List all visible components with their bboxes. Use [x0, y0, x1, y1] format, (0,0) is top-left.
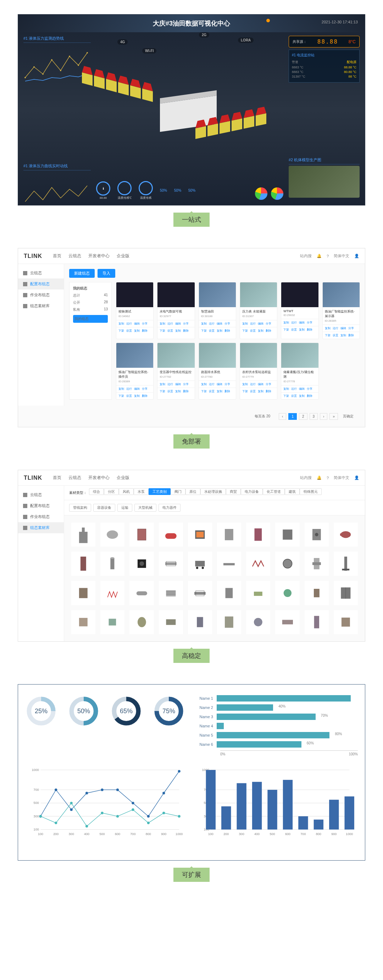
- action-link[interactable]: 下架: [118, 394, 124, 398]
- asset-item[interactable]: [305, 610, 329, 634]
- asset-item[interactable]: [71, 610, 96, 634]
- action-link[interactable]: 编辑: [299, 321, 305, 325]
- filter-tag[interactable]: 阀门: [171, 488, 185, 495]
- action-link[interactable]: 复制: [258, 329, 263, 332]
- action-link[interactable]: 分享: [142, 387, 147, 391]
- asset-item[interactable]: [71, 552, 96, 576]
- asset-item[interactable]: [188, 552, 212, 576]
- action-link[interactable]: 删除: [307, 328, 313, 332]
- mine-button[interactable]: 我的组态: [73, 315, 108, 323]
- action-link[interactable]: 复制: [242, 382, 248, 386]
- action-link[interactable]: 复制: [175, 390, 181, 393]
- action-link[interactable]: 设置: [126, 394, 132, 398]
- nav-item[interactable]: 首页: [53, 253, 61, 259]
- action-link[interactable]: 运行: [168, 322, 173, 326]
- action-link[interactable]: 运行: [209, 382, 215, 386]
- filter-tag[interactable]: 电力器件: [158, 504, 180, 512]
- search-link[interactable]: 站内搜: [300, 475, 312, 480]
- action-link[interactable]: 复制: [118, 322, 124, 326]
- action-link[interactable]: 编辑: [217, 382, 222, 386]
- action-link[interactable]: 下架: [242, 390, 248, 393]
- nav-item[interactable]: 首页: [53, 475, 61, 481]
- filter-tag[interactable]: 管线架构: [69, 504, 91, 512]
- action-link[interactable]: 复制: [134, 329, 140, 332]
- action-link[interactable]: 下架: [118, 329, 124, 332]
- action-link[interactable]: 设置: [250, 329, 256, 332]
- action-link[interactable]: 分享: [225, 322, 230, 326]
- action-link[interactable]: 复制: [299, 394, 305, 398]
- action-link[interactable]: 下架: [201, 329, 207, 332]
- asset-item[interactable]: [217, 581, 241, 605]
- help-icon[interactable]: ?: [327, 254, 329, 258]
- project-card[interactable]: 农村供水泵站远程监 ID:27779 复制运行编辑分享 下架设置复制删除: [240, 343, 277, 400]
- action-link[interactable]: 编辑: [217, 322, 222, 326]
- asset-item[interactable]: [101, 552, 124, 576]
- avatar-icon[interactable]: 👤: [354, 476, 359, 480]
- action-link[interactable]: 复制: [118, 387, 124, 391]
- sidebar-item[interactable]: 配置布组态: [18, 500, 64, 511]
- project-card[interactable]: 变压器中性线在线监控 ID:27782 复制运行编辑分享 下架设置复制删除: [157, 343, 195, 400]
- sidebar-item[interactable]: 作业布组态: [18, 290, 64, 301]
- action-link[interactable]: 复制: [325, 326, 330, 330]
- action-link[interactable]: 删除: [225, 329, 230, 332]
- asset-item[interactable]: [159, 610, 183, 634]
- asset-item[interactable]: [71, 581, 96, 605]
- sidebar-item[interactable]: 配置布组态: [18, 278, 64, 290]
- asset-item[interactable]: [275, 581, 299, 605]
- filter-tag[interactable]: 水处理设施: [200, 488, 226, 495]
- pager-prev[interactable]: ‹: [279, 413, 286, 420]
- action-link[interactable]: 复制: [340, 333, 346, 337]
- new-button[interactable]: 新建组态: [69, 269, 95, 278]
- pager-page[interactable]: 3: [310, 413, 318, 420]
- action-link[interactable]: 设置: [209, 329, 215, 332]
- project-card[interactable]: 压力表 水箱液面 ID:31307 复制运行编辑分享 下架设置复制删除: [240, 282, 277, 339]
- action-link[interactable]: 复制: [217, 390, 222, 393]
- bell-icon[interactable]: 🔔: [317, 254, 322, 258]
- action-link[interactable]: 删除: [183, 390, 189, 393]
- action-link[interactable]: 设置: [250, 390, 256, 393]
- filter-tag[interactable]: 商贸: [226, 488, 241, 495]
- action-link[interactable]: 分享: [225, 382, 230, 386]
- asset-item[interactable]: [246, 552, 270, 576]
- asset-item[interactable]: [129, 523, 153, 547]
- action-link[interactable]: 下架: [160, 329, 165, 332]
- lang-switch[interactable]: 简体中文: [334, 253, 349, 259]
- action-link[interactable]: 复制: [175, 329, 181, 332]
- asset-item[interactable]: [334, 523, 358, 547]
- asset-item[interactable]: [217, 610, 241, 634]
- project-card[interactable]: 路面排水系统 ID:27780 复制运行编辑分享 下架设置复制删除: [199, 343, 236, 400]
- action-link[interactable]: 删除: [307, 394, 313, 398]
- action-link[interactable]: 删除: [183, 329, 189, 332]
- project-card[interactable]: 炼油厂智能监控系统-操作员 ID:28389 复制运行编辑分享 下架设置复制删除: [116, 343, 153, 400]
- sidebar-item[interactable]: 云组态: [18, 267, 64, 278]
- pager-page[interactable]: 1: [288, 413, 297, 420]
- sidebar-item[interactable]: 组态素材库: [18, 522, 64, 533]
- asset-item[interactable]: [275, 610, 299, 634]
- asset-item[interactable]: [217, 523, 241, 547]
- asset-item[interactable]: [188, 610, 212, 634]
- action-link[interactable]: 复制: [201, 382, 207, 386]
- nav-item[interactable]: 企业版: [116, 475, 129, 481]
- project-card[interactable]: 水电气数据可视 ID:32977 复制运行编辑分享 下架设置复制删除: [157, 282, 195, 339]
- action-link[interactable]: 删除: [142, 394, 147, 398]
- action-link[interactable]: 复制: [160, 322, 165, 326]
- action-link[interactable]: 设置: [168, 390, 173, 393]
- asset-item[interactable]: [217, 552, 241, 576]
- nav-item[interactable]: 开发者中心: [88, 475, 110, 481]
- asset-item[interactable]: [159, 581, 183, 605]
- filter-tag[interactable]: 综合: [89, 488, 104, 495]
- asset-item[interactable]: [275, 523, 299, 547]
- bell-icon[interactable]: 🔔: [317, 476, 322, 480]
- asset-item[interactable]: [71, 523, 96, 547]
- asset-item[interactable]: [334, 581, 358, 605]
- action-link[interactable]: 下架: [242, 329, 248, 332]
- asset-item[interactable]: [159, 552, 183, 576]
- filter-tag[interactable]: 水泵: [134, 488, 148, 495]
- action-link[interactable]: 分享: [348, 326, 354, 330]
- project-card[interactable]: 储蓄液氨/压力/液位检测 ID:27778 复制运行编辑分享 下架设置复制删除: [281, 343, 318, 400]
- filter-tag[interactable]: 运输: [117, 504, 132, 512]
- action-link[interactable]: 编辑: [175, 322, 181, 326]
- nav-item[interactable]: 云组态: [69, 475, 81, 481]
- action-link[interactable]: 下架: [160, 390, 165, 393]
- action-link[interactable]: 分享: [183, 382, 189, 386]
